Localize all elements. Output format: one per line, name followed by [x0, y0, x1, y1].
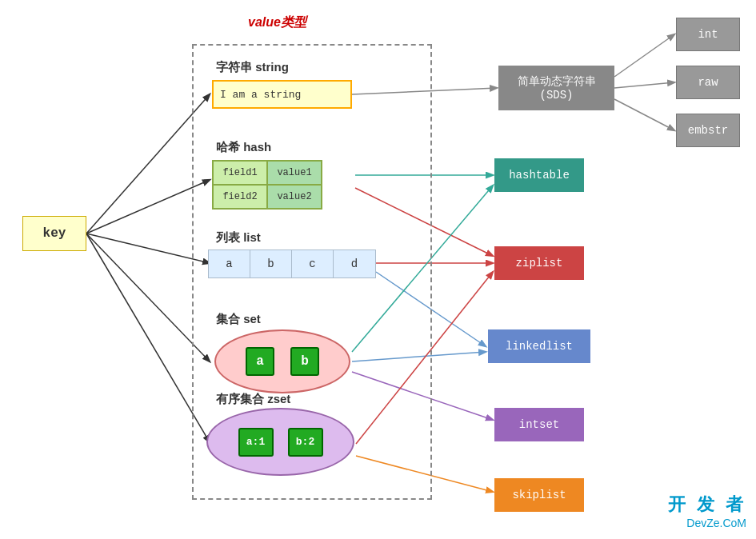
watermark-en: DevZe.CoM [668, 517, 746, 529]
svg-line-7 [614, 82, 674, 88]
key-box: key [22, 216, 86, 251]
raw-box: raw [676, 66, 740, 99]
hash-section-title: 哈希 hash [216, 140, 271, 155]
zset-ellipse: a:1 b:2 [206, 408, 354, 476]
watermark-cn: 开 发 者 [668, 493, 746, 517]
list-item-d: d [334, 250, 375, 277]
hash-value-1: value1 [267, 161, 322, 185]
watermark: 开 发 者 DevZe.CoM [668, 493, 746, 529]
linkedlist-box: linkedlist [488, 329, 590, 363]
svg-line-6 [614, 34, 674, 77]
hash-value-2: value2 [267, 185, 322, 209]
diagram-container: value类型 key 字符串 string I am a string 哈希 … [0, 0, 756, 539]
set-ellipse: a b [214, 329, 350, 393]
int-box: int [676, 18, 740, 51]
hash-row-2: field2 value2 [213, 185, 322, 209]
hash-field-1: field1 [213, 161, 267, 185]
svg-line-4 [86, 234, 210, 442]
list-section-title: 列表 list [216, 230, 261, 246]
list-item-a: a [209, 250, 250, 277]
svg-line-8 [614, 99, 674, 130]
list-table: a b c d [208, 250, 376, 278]
hash-table: field1 value1 field2 value2 [212, 160, 322, 210]
svg-line-2 [86, 234, 210, 263]
hash-field-2: field2 [213, 185, 267, 209]
ziplist-box: ziplist [494, 246, 584, 280]
svg-line-1 [86, 180, 210, 234]
string-section-title: 字符串 string [216, 60, 289, 75]
set-item-b: b [290, 347, 319, 376]
zset-item-b2: b:2 [288, 428, 323, 457]
sds-box: 简单动态字符串 (SDS) [498, 66, 614, 110]
zset-section-title: 有序集合 zset [216, 392, 290, 407]
svg-line-0 [86, 94, 210, 234]
hash-row-1: field1 value1 [213, 161, 322, 185]
list-item-b: b [250, 250, 292, 277]
hashtable-box: hashtable [494, 158, 584, 192]
intset-box: intset [494, 408, 584, 441]
set-section-title: 集合 set [216, 312, 261, 327]
set-item-a: a [246, 347, 274, 376]
skiplist-box: skiplist [494, 478, 584, 512]
list-item-c: c [292, 250, 334, 277]
zset-item-a1: a:1 [238, 428, 274, 457]
embstr-box: embstr [676, 114, 740, 147]
string-value-box: I am a string [212, 80, 352, 109]
value-type-title: value类型 [248, 14, 306, 31]
svg-line-3 [86, 234, 210, 361]
